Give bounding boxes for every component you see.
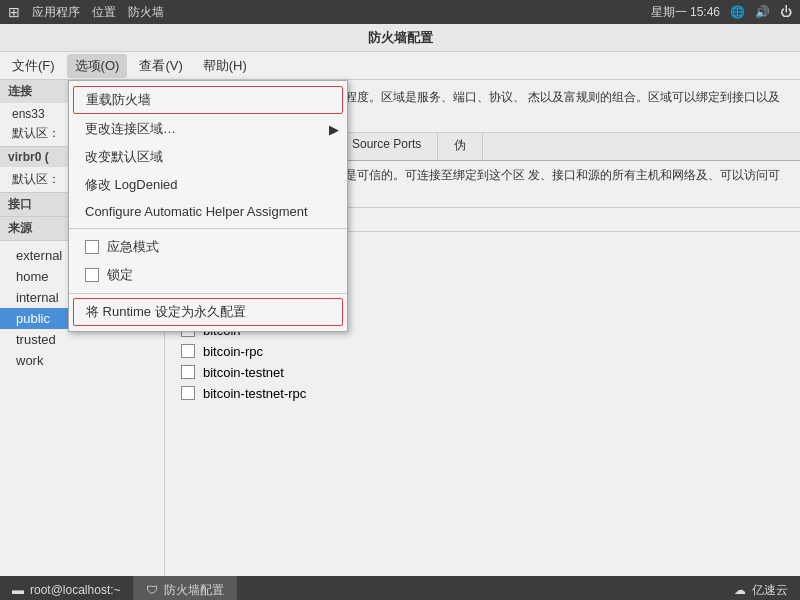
dropdown-reload[interactable]: 重载防火墙 [73, 86, 343, 114]
terminal-icon: ▬ [12, 583, 24, 597]
zone-work[interactable]: work [0, 350, 164, 371]
dropdown-log-denied[interactable]: 修改 LogDenied [69, 171, 347, 199]
firewall-status[interactable]: 🛡 防火墙配置 [134, 576, 237, 600]
menu-options[interactable]: 选项(O) [67, 54, 128, 78]
firewall-icon: 🛡 [146, 583, 158, 597]
system-bar-left: ⊞ 应用程序 位置 防火墙 [8, 4, 164, 21]
virbr-label: virbr0 ( [8, 150, 49, 164]
system-bar: ⊞ 应用程序 位置 防火墙 星期一 15:46 🌐 🔊 ⏻ [0, 0, 800, 24]
service-bitcoin-testnet-rpc[interactable]: bitcoin-testnet-rpc [165, 383, 800, 404]
options-dropdown: 重载防火墙 更改连接区域… ▶ 改变默认区域 修改 LogDenied Conf… [68, 80, 348, 332]
cloud-status: ☁ 亿速云 [722, 582, 800, 599]
service-bitcoin-testnet[interactable]: bitcoin-testnet [165, 362, 800, 383]
terminal-label: root@localhost:~ [30, 583, 121, 597]
bitcoin-testnet-rpc-label: bitcoin-testnet-rpc [203, 386, 306, 401]
dropdown-helper[interactable]: Configure Automatic Helper Assigment [69, 199, 347, 224]
tab-source-ports[interactable]: Source Ports [336, 133, 438, 160]
datetime: 星期一 15:46 [651, 4, 720, 21]
volume-icon: 🔊 [755, 5, 770, 19]
tab-masquerade[interactable]: 伪 [438, 133, 483, 160]
window-title: 防火墙配置 [368, 29, 433, 47]
dropdown-sep-1 [69, 228, 347, 229]
cloud-label: 亿速云 [752, 582, 788, 599]
apps-label[interactable]: 应用程序 [32, 4, 80, 21]
bitcoin-rpc-label: bitcoin-rpc [203, 344, 263, 359]
menu-bar: 文件(F) 选项(O) 查看(V) 帮助(H) 重载防火墙 更改连接区域… ▶ … [0, 52, 800, 80]
bitcoin-rpc-checkbox[interactable] [181, 344, 195, 358]
dropdown-sep-2 [69, 293, 347, 294]
dropdown-panic[interactable]: 应急模式 [69, 233, 347, 261]
bitcoin-testnet-rpc-checkbox[interactable] [181, 386, 195, 400]
network-icon: 🌐 [730, 5, 745, 19]
app-menu[interactable]: ⊞ [8, 4, 20, 20]
dropdown-default-zone[interactable]: 改变默认区域 [69, 143, 347, 171]
status-bar: ▬ root@localhost:~ 🛡 防火墙配置 ☁ 亿速云 [0, 576, 800, 600]
menu-view[interactable]: 查看(V) [131, 54, 190, 78]
dropdown-change-zone[interactable]: 更改连接区域… ▶ [69, 115, 347, 143]
dropdown-lock[interactable]: 锁定 [69, 261, 347, 289]
connections-label: 连接 [8, 83, 32, 100]
firewall-menu-label[interactable]: 防火墙 [128, 4, 164, 21]
submenu-arrow: ▶ [329, 122, 339, 137]
title-bar: 防火墙配置 [0, 24, 800, 52]
dropdown-runtime-perm[interactable]: 将 Runtime 设定为永久配置 [73, 298, 343, 326]
menu-help[interactable]: 帮助(H) [195, 54, 255, 78]
firewall-status-label: 防火墙配置 [164, 582, 224, 599]
bitcoin-testnet-checkbox[interactable] [181, 365, 195, 379]
interface-label: 接口 [8, 196, 32, 213]
menu-file[interactable]: 文件(F) [4, 54, 63, 78]
lock-checkbox [85, 268, 99, 282]
main-window: 防火墙配置 文件(F) 选项(O) 查看(V) 帮助(H) 重载防火墙 更改连接… [0, 24, 800, 576]
zone-trusted[interactable]: trusted [0, 329, 164, 350]
bitcoin-testnet-label: bitcoin-testnet [203, 365, 284, 380]
cloud-icon: ☁ [734, 583, 746, 597]
terminal-status[interactable]: ▬ root@localhost:~ [0, 576, 134, 600]
service-bitcoin-rpc[interactable]: bitcoin-rpc [165, 341, 800, 362]
places-label[interactable]: 位置 [92, 4, 116, 21]
system-bar-right: 星期一 15:46 🌐 🔊 ⏻ [651, 4, 792, 21]
panic-checkbox [85, 240, 99, 254]
source-label: 来源 [8, 220, 32, 237]
power-icon[interactable]: ⏻ [780, 5, 792, 19]
